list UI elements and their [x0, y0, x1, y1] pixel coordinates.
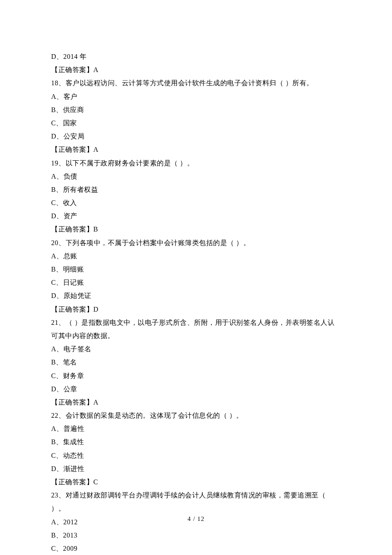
q18-option-c: C、国家 — [51, 116, 341, 130]
q21-option-c: C、财务章 — [51, 369, 341, 382]
q18-option-b: B、供应商 — [51, 103, 341, 116]
q22-option-b: B、集成性 — [51, 435, 341, 448]
q21-stem: 21、（ ）是指数据电文中，以电子形式所含、所附，用于识别签名人身份，并表明签名… — [51, 316, 341, 342]
q18-stem: 18、客户以远程访问、云计算等方式使用会计软件生成的电子会计资料归（ ）所有。 — [51, 76, 341, 90]
q18-option-d: D、公安局 — [51, 130, 341, 143]
q17-option-d: D、2014 年 — [51, 50, 341, 63]
q19-stem: 19、以下不属于政府财务会计要素的是（ ）。 — [51, 156, 341, 170]
q20-answer: 【正确答案】D — [51, 303, 341, 316]
q22-answer: 【正确答案】C — [51, 475, 341, 489]
document-body: D、2014 年 【正确答案】A 18、客户以远程访问、云计算等方式使用会计软件… — [51, 50, 341, 555]
q18-answer: 【正确答案】A — [51, 143, 341, 156]
q20-stem: 20、下列各项中，不属于会计档案中会计账簿类包括的是（ ）。 — [51, 236, 341, 249]
q20-option-b: B、明细账 — [51, 263, 341, 276]
q22-stem: 22、会计数据的采集是动态的。这体现了会计信息化的（ ）。 — [51, 409, 341, 422]
q20-option-c: C、日记账 — [51, 276, 341, 289]
q21-option-b: B、笔名 — [51, 356, 341, 369]
page-number: 4 / 12 — [0, 513, 392, 525]
q19-option-d: D、资产 — [51, 209, 341, 223]
q19-option-b: B、所有者权益 — [51, 183, 341, 196]
q17-answer: 【正确答案】A — [51, 63, 341, 76]
q21-option-a: A、电子签名 — [51, 342, 341, 356]
q19-answer: 【正确答案】B — [51, 223, 341, 236]
q20-option-a: A、总账 — [51, 249, 341, 263]
q23-option-c: C、2009 — [51, 542, 341, 555]
q22-option-c: C、动态性 — [51, 449, 341, 462]
q23-stem: 23、对通过财政部调转平台办理调转手续的会计人员继续教育情况的审核，需要追溯至（… — [51, 489, 341, 515]
q21-option-d: D、公章 — [51, 382, 341, 396]
q21-answer: 【正确答案】A — [51, 396, 341, 409]
q20-option-d: D、原始凭证 — [51, 289, 341, 302]
q19-option-c: C、收入 — [51, 196, 341, 209]
q19-option-a: A、负债 — [51, 170, 341, 183]
q23-option-b: B、2013 — [51, 529, 341, 542]
q22-option-a: A、普遍性 — [51, 422, 341, 435]
q18-option-a: A、客户 — [51, 90, 341, 103]
q22-option-d: D、渐进性 — [51, 462, 341, 475]
